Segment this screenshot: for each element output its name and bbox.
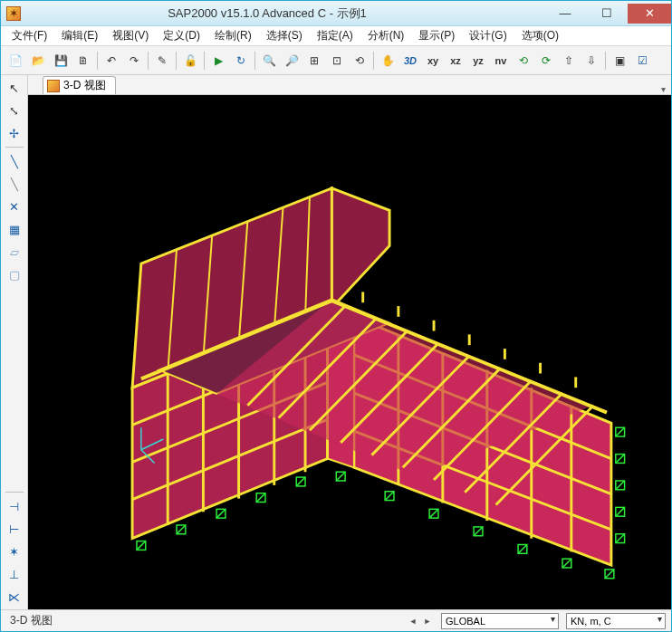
minimize-button[interactable]: — xyxy=(544,4,586,24)
quad-icon[interactable]: ▱ xyxy=(4,241,25,263)
svg-line-72 xyxy=(616,455,625,464)
object-icon[interactable]: ▣ xyxy=(609,50,630,72)
left-separator xyxy=(5,147,24,148)
left-toolbar: ↖ ⤡ ✢ ╲ ╲ ✕ ▦ ▱ ▢ ⊣ ⊢ ✶ ⊥ ⋉ xyxy=(1,75,28,609)
close-button[interactable]: ✕ xyxy=(628,4,671,24)
svg-line-74 xyxy=(616,481,625,490)
line-icon[interactable]: ╲ xyxy=(4,150,25,172)
svg-line-48 xyxy=(177,525,186,534)
svg-line-62 xyxy=(474,527,483,536)
move-node-icon[interactable]: ✢ xyxy=(4,122,25,144)
units-select[interactable]: KN, m, C xyxy=(566,613,666,629)
viewport-wrap: 3-D 视图 ▾ xyxy=(28,75,671,609)
tab-label: 3-D 视图 xyxy=(63,78,106,93)
zoom-window-icon[interactable]: ⊞ xyxy=(303,50,325,72)
menu-select[interactable]: 选择(S) xyxy=(261,26,308,45)
redo-icon[interactable]: ↷ xyxy=(123,50,145,72)
app-icon: ✶ xyxy=(6,6,21,21)
coord-system-select[interactable]: GLOBAL xyxy=(441,613,559,629)
window-title: SAP2000 v15.1.0 Advanced C - 示例1 xyxy=(26,5,544,22)
rotate-cw-icon[interactable]: ⟳ xyxy=(535,50,557,72)
left-separator xyxy=(5,492,24,493)
menu-edit[interactable]: 编辑(E) xyxy=(56,26,103,45)
svg-line-52 xyxy=(256,493,265,503)
new-icon[interactable]: 📄 xyxy=(5,50,26,72)
tab-3d-view[interactable]: 3-D 视图 xyxy=(43,76,116,94)
status-bar: 3-D 视图 ◄ ► GLOBAL KN, m, C xyxy=(1,609,671,631)
menu-bar: 文件(F) 编辑(E) 视图(V) 定义(D) 绘制(R) 选择(S) 指定(A… xyxy=(1,26,671,46)
view-nv-button[interactable]: nv xyxy=(490,50,512,72)
arrow-down-icon[interactable]: ⇩ xyxy=(581,50,602,72)
menu-assign[interactable]: 指定(A) xyxy=(312,26,359,45)
tab-icon xyxy=(47,80,60,92)
view-3d-button[interactable]: 3D xyxy=(399,50,421,72)
title-bar: ✶ SAP2000 v15.1.0 Advanced C - 示例1 — ☐ ✕ xyxy=(1,1,671,26)
saveas-icon[interactable]: 🗎 xyxy=(72,50,94,72)
zoom-prev-icon[interactable]: ⟲ xyxy=(349,50,370,72)
refresh-icon[interactable]: ↻ xyxy=(230,50,252,72)
menu-view[interactable]: 视图(V) xyxy=(107,26,154,45)
status-right-arrow[interactable]: ► xyxy=(421,615,434,627)
snap-mid-icon[interactable]: ⊢ xyxy=(4,518,25,540)
snap-end-icon[interactable]: ⊣ xyxy=(4,495,25,517)
svg-line-66 xyxy=(562,559,571,568)
svg-line-58 xyxy=(385,492,394,501)
menu-display[interactable]: 显示(P) xyxy=(413,26,460,45)
square-icon[interactable]: ▢ xyxy=(4,263,25,285)
viewport-3d[interactable] xyxy=(28,95,671,609)
menu-file[interactable]: 文件(F) xyxy=(6,26,53,45)
snap-perp-icon[interactable]: ⊥ xyxy=(4,563,25,585)
view-yz-button[interactable]: yz xyxy=(467,50,489,72)
pointer-icon[interactable]: ↖ xyxy=(4,77,25,99)
line-dash-icon[interactable]: ╲ xyxy=(4,173,25,195)
svg-marker-21 xyxy=(331,188,389,308)
node-cursor-icon[interactable]: ⤡ xyxy=(4,100,25,121)
svg-line-70 xyxy=(616,427,625,436)
rotate-ccw-icon[interactable]: ⟲ xyxy=(513,50,534,72)
view-xy-button[interactable]: xy xyxy=(422,50,444,72)
status-left-arrow[interactable]: ◄ xyxy=(407,615,419,627)
coord-system-value: GLOBAL xyxy=(446,616,485,627)
pan-icon[interactable]: ✋ xyxy=(377,50,398,72)
undo-icon[interactable]: ↶ xyxy=(101,50,122,72)
select-window-icon[interactable]: ▦ xyxy=(4,218,25,240)
menu-design[interactable]: 设计(G) xyxy=(464,26,512,45)
zoom-out-icon[interactable]: 🔎 xyxy=(281,50,302,72)
run-icon[interactable]: ▶ xyxy=(207,50,229,72)
toolbar-separator xyxy=(148,52,149,70)
main-toolbar: 📄 📂 💾 🗎 ↶ ↷ ✎ 🔓 ▶ ↻ 🔍 🔎 ⊞ ⊡ ⟲ ✋ 3D xy xz… xyxy=(1,46,671,75)
arrow-up-icon[interactable]: ⇧ xyxy=(558,50,580,72)
pencil-icon[interactable]: ✎ xyxy=(151,50,173,72)
menu-draw[interactable]: 绘制(R) xyxy=(209,26,257,45)
svg-line-76 xyxy=(616,507,625,516)
menu-define[interactable]: 定义(D) xyxy=(158,26,206,45)
window-controls: — ☐ ✕ xyxy=(544,4,671,24)
open-icon[interactable]: 📂 xyxy=(27,50,49,72)
menu-options[interactable]: 选项(O) xyxy=(516,26,564,45)
menu-analyze[interactable]: 分析(N) xyxy=(362,26,410,45)
check-icon[interactable]: ☑ xyxy=(631,50,653,72)
toolbar-separator xyxy=(176,52,177,70)
model-3d xyxy=(28,95,671,609)
svg-line-60 xyxy=(429,509,438,518)
save-icon[interactable]: 💾 xyxy=(50,50,72,72)
toolbar-separator xyxy=(204,52,205,70)
snap-near-icon[interactable]: ⋉ xyxy=(4,586,25,608)
lock-icon[interactable]: 🔓 xyxy=(179,50,201,72)
xbrace-icon[interactable]: ✕ xyxy=(4,196,25,217)
view-dropdown-icon[interactable]: ▾ xyxy=(661,84,666,94)
toolbar-separator xyxy=(97,52,98,70)
zoom-extents-icon[interactable]: ⊡ xyxy=(326,50,348,72)
work-area: ↖ ⤡ ✢ ╲ ╲ ✕ ▦ ▱ ▢ ⊣ ⊢ ✶ ⊥ ⋉ 3-D 视图 ▾ xyxy=(1,75,671,609)
svg-line-54 xyxy=(296,477,305,486)
svg-line-56 xyxy=(336,472,345,481)
svg-line-50 xyxy=(216,509,226,518)
zoom-in-icon[interactable]: 🔍 xyxy=(258,50,280,72)
view-xz-button[interactable]: xz xyxy=(445,50,466,72)
snap-int-icon[interactable]: ✶ xyxy=(4,541,25,562)
svg-line-64 xyxy=(518,545,527,554)
toolbar-separator xyxy=(254,52,255,70)
maximize-button[interactable]: ☐ xyxy=(586,4,628,24)
units-value: KN, m, C xyxy=(571,616,611,627)
status-view-label: 3-D 视图 xyxy=(6,613,399,628)
